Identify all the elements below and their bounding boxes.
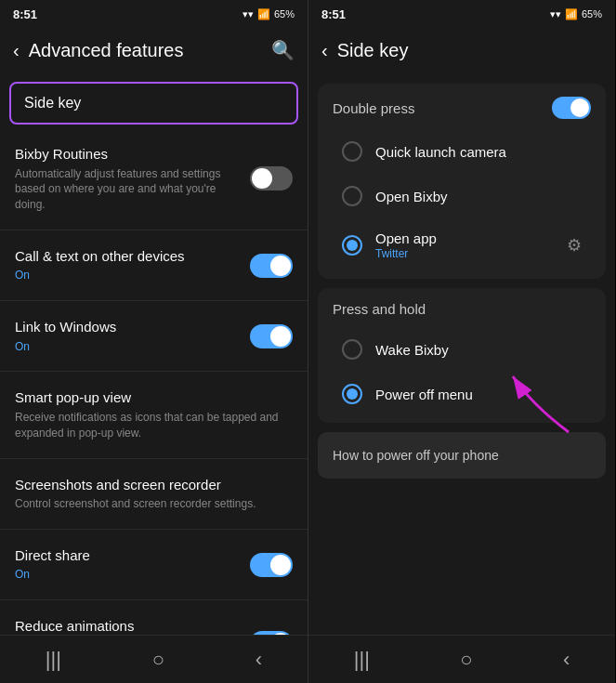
toggle-knob [270, 555, 291, 575]
battery-indicator: 65% [274, 8, 295, 20]
call-text-title: Call & text on other devices [15, 247, 241, 266]
page-title: Advanced features [29, 40, 271, 61]
right-top-bar: ‹ Side key [308, 26, 615, 74]
right-page-title: Side key [337, 40, 602, 61]
bixby-routines-title: Bixby Routines [15, 145, 241, 164]
wifi-icon: ▾▾ [242, 8, 254, 20]
power-off-menu-label: Power off menu [375, 387, 473, 402]
direct-share-status: On [15, 567, 241, 583]
left-status-time: 8:51 [13, 7, 37, 21]
left-content-area: Side key Bixby Routines Automatically ad… [0, 74, 308, 635]
bixby-routines-toggle[interactable] [250, 166, 293, 190]
right-home-button[interactable]: ○ [441, 640, 491, 679]
reduce-animations-toggle[interactable] [250, 631, 293, 635]
call-text-item[interactable]: Call & text on other devices On [0, 234, 308, 296]
reduce-animations-item[interactable]: Reduce animations Tone down motion effec… [0, 604, 308, 635]
divider-4 [0, 458, 308, 459]
right-status-icons: ▾▾ 📶 65% [550, 8, 602, 20]
double-press-title: Double press [333, 100, 414, 116]
right-status-time: 8:51 [321, 7, 346, 21]
link-windows-toggle[interactable] [250, 324, 293, 348]
side-key-label: Side key [24, 95, 81, 111]
divider-6 [0, 599, 308, 600]
radio-circle-power [342, 384, 362, 404]
link-windows-status: On [15, 339, 241, 355]
toggle-knob [270, 633, 291, 635]
left-status-icons: ▾▾ 📶 65% [242, 8, 295, 20]
screenshots-item[interactable]: Screenshots and screen recorder Control … [0, 463, 308, 525]
arrow-annotation [494, 367, 587, 441]
direct-share-title: Direct share [15, 546, 241, 565]
radio-circle-app [342, 235, 362, 256]
bixby-routines-subtitle: Automatically adjust features and settin… [15, 166, 241, 213]
reduce-animations-left: Reduce animations Tone down motion effec… [15, 617, 250, 635]
link-windows-title: Link to Windows [15, 318, 241, 336]
call-text-toggle[interactable] [250, 254, 293, 278]
smart-popup-title: Smart pop-up view [15, 388, 283, 407]
call-text-left: Call & text on other devices On [15, 247, 250, 283]
smart-popup-left: Smart pop-up view Receive notifications … [15, 388, 293, 440]
left-phone-panel: 8:51 ▾▾ 📶 65% ‹ Advanced features 🔍 Side… [0, 0, 308, 683]
open-app-label: Open app [375, 230, 437, 246]
gear-icon[interactable]: ⚙ [567, 235, 582, 256]
quick-launch-camera-label: Quick launch camera [375, 144, 506, 160]
toggle-knob [252, 168, 272, 189]
toggle-knob [270, 256, 291, 276]
wake-bixby-label: Wake Bixby [375, 342, 449, 358]
screenshots-subtitle: Control screenshot and screen recorder s… [15, 496, 283, 512]
back-nav-button[interactable]: ‹ [237, 640, 281, 679]
direct-share-left: Direct share On [15, 546, 250, 583]
bixby-routines-left: Bixby Routines Automatically adjust feat… [15, 145, 250, 213]
press-hold-title: Press and hold [333, 301, 426, 317]
back-button[interactable]: ‹ [13, 40, 20, 61]
home-button[interactable]: ○ [134, 640, 183, 679]
recents-button[interactable]: ||| [27, 640, 80, 679]
call-text-status: On [15, 268, 241, 283]
divider-1 [0, 230, 308, 230]
wifi-icon-r: ▾▾ [550, 8, 561, 20]
right-recents-button[interactable]: ||| [335, 640, 388, 679]
direct-share-item[interactable]: Direct share On [0, 533, 308, 596]
reduce-animations-title: Reduce animations [15, 617, 241, 635]
right-status-bar: 8:51 ▾▾ 📶 65% [308, 0, 615, 26]
right-back-button[interactable]: ‹ [321, 40, 328, 61]
signal-icon-r: 📶 [565, 8, 578, 20]
toggle-knob-dp [570, 99, 589, 117]
search-icon[interactable]: 🔍 [271, 39, 295, 61]
double-press-header: Double press [318, 84, 606, 128]
how-to-text: How to power off your phone [333, 448, 499, 463]
link-windows-item[interactable]: Link to Windows On [0, 305, 308, 367]
link-windows-left: Link to Windows On [15, 318, 250, 354]
left-top-bar: ‹ Advanced features 🔍 [0, 26, 308, 74]
double-press-toggle[interactable] [552, 97, 591, 119]
battery-indicator-r: 65% [582, 8, 602, 20]
screenshots-title: Screenshots and screen recorder [15, 476, 283, 494]
side-key-item[interactable]: Side key [9, 82, 298, 125]
direct-share-toggle[interactable] [250, 553, 293, 577]
open-app-option[interactable]: Open app Twitter ⚙ [327, 219, 596, 271]
right-back-nav-button[interactable]: ‹ [544, 640, 588, 679]
bixby-routines-item[interactable]: Bixby Routines Automatically adjust feat… [0, 132, 308, 226]
left-status-bar: 8:51 ▾▾ 📶 65% [0, 0, 308, 26]
open-app-text: Open app Twitter [375, 230, 437, 260]
screenshots-left: Screenshots and screen recorder Control … [15, 476, 293, 512]
radio-circle-wake [342, 339, 362, 360]
right-content-area: Double press Quick launch camera Open Bi… [308, 74, 615, 635]
toggle-knob [270, 326, 291, 347]
left-nav-bar: ||| ○ ‹ [0, 635, 308, 683]
right-phone-panel: 8:51 ▾▾ 📶 65% ‹ Side key Double press Qu… [308, 0, 615, 683]
right-nav-bar: ||| ○ ‹ [308, 635, 615, 683]
press-hold-header: Press and hold [318, 288, 606, 326]
divider-3 [0, 371, 308, 372]
signal-icon: 📶 [257, 8, 270, 20]
radio-circle-bixby [342, 186, 362, 206]
radio-circle-camera [342, 141, 362, 162]
smart-popup-subtitle: Receive notifications as icons that can … [15, 410, 283, 441]
open-bixby-label: Open Bixby [375, 189, 448, 204]
open-bixby-option[interactable]: Open Bixby [327, 175, 596, 217]
smart-popup-item[interactable]: Smart pop-up view Receive notifications … [0, 375, 308, 453]
quick-launch-camera-option[interactable]: Quick launch camera [327, 130, 596, 173]
double-press-section: Double press Quick launch camera Open Bi… [318, 84, 606, 279]
wake-bixby-option[interactable]: Wake Bixby [327, 328, 596, 371]
divider-5 [0, 529, 308, 530]
